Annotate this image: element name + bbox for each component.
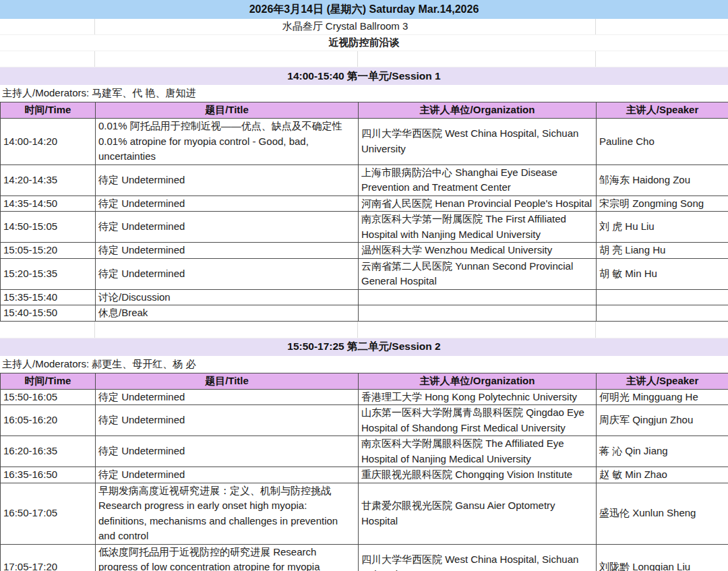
schedule-row: 16:20-16:35待定 Undetermined南京医科大学附属眼科医院 T… — [1, 436, 728, 467]
cell-time: 14:50-15:05 — [1, 212, 96, 243]
cell-organization: 山东第一医科大学附属青岛眼科医院 Qingdao Eye Hospital of… — [359, 405, 597, 436]
cell-title: 待定 Undetermined — [96, 243, 359, 259]
spacer-cell — [596, 51, 728, 67]
cell-organization — [359, 289, 597, 305]
venue-row-left-cell — [0, 19, 95, 34]
spacer-cell — [95, 51, 358, 67]
forum-title-row: 近视防控前沿谈 — [0, 35, 728, 51]
cell-speaker: 赵 敏 Min Zhao — [597, 467, 728, 483]
cell-organization: 上海市眼病防治中心 Shanghai Eye Disease Preventio… — [359, 164, 597, 196]
session-1-moderators: 主持人/Moderators: 马建军、代 艳、唐知进 — [0, 85, 728, 102]
between-sessions-spacer-row — [0, 322, 728, 338]
spacer-cell — [0, 51, 95, 67]
date-banner: 2026年3月14日 (星期六) Saturday Mar.14,2026 — [0, 0, 728, 19]
session-2-banner: 15:50-17:25 第二单元/Session 2 — [0, 338, 728, 356]
cell-title: 待定 Undetermined — [96, 164, 359, 196]
cell-title: 待定 Undetermined — [96, 389, 359, 405]
schedule-row: 15:20-15:35待定 Undetermined云南省第二人民医院 Yunn… — [1, 258, 728, 289]
cell-organization: 温州医科大学 Wenzhou Medical University — [359, 243, 597, 259]
schedule-row: 15:50-16:05待定 Undetermined香港理工大学 Hong Ko… — [1, 389, 728, 405]
venue-row-right-cell — [596, 19, 728, 34]
col-header-speaker: 主讲人/Speaker — [597, 373, 728, 389]
cell-organization — [359, 305, 597, 322]
cell-title: 待定 Undetermined — [96, 405, 359, 436]
conference-schedule-page: 2026年3月14日 (星期六) Saturday Mar.14,2026 水晶… — [0, 0, 728, 571]
cell-time: 16:35-16:50 — [1, 467, 96, 483]
session-2-moderators: 主持人/Moderators: 郝更生、母开红、杨 必 — [0, 356, 728, 373]
cell-time: 15:05-15:20 — [1, 243, 96, 259]
cell-time: 15:40-15:50 — [1, 305, 96, 322]
cell-time: 15:20-15:35 — [1, 258, 96, 289]
cell-time: 15:50-16:05 — [1, 389, 96, 405]
column-header-row: 时间/Time 题目/Title 主讲人单位/Organization 主讲人/… — [1, 373, 728, 389]
schedule-row: 14:00-14:200.01% 阿托品用于控制近视——优点、缺点及不确定性 0… — [1, 119, 728, 165]
cell-organization: 甘肃爱尔眼视光医院 Gansu Aier Optometry Hospital — [359, 483, 597, 544]
session-1-banner: 14:00-15:40 第一单元/Session 1 — [0, 67, 728, 85]
schedule-row: 16:50-17:05早期发病高度近视研究进展：定义、机制与防控挑战 Resea… — [1, 483, 728, 544]
cell-organization: 云南省第二人民医院 Yunnan Second Provincial Gener… — [359, 258, 597, 289]
cell-speaker: 宋宗明 Zongming Song — [597, 196, 728, 212]
cell-title: 待定 Undetermined — [96, 436, 359, 467]
cell-time: 15:35-15:40 — [1, 289, 96, 305]
schedule-row: 16:35-16:50待定 Undetermined重庆眼视光眼科医院 Chon… — [1, 467, 728, 483]
cell-title: 待定 Undetermined — [96, 467, 359, 483]
cell-title: 低浓度阿托品用于近视防控的研究进展 Research progress of l… — [96, 544, 359, 571]
spacer-cell — [358, 51, 596, 67]
col-header-speaker: 主讲人/Speaker — [597, 102, 728, 119]
cell-speaker: 刘 虎 Hu Liu — [597, 212, 728, 243]
schedule-row: 17:05-17:20低浓度阿托品用于近视防控的研究进展 Research pr… — [1, 544, 728, 571]
cell-speaker — [597, 305, 728, 322]
session-1-block: 14:00-15:40 第一单元/Session 1 主持人/Moderator… — [0, 67, 728, 322]
cell-time: 16:05-16:20 — [1, 405, 96, 436]
schedule-row: 15:40-15:50休息/Break — [1, 305, 728, 322]
cell-speaker: 蒋 沁 Qin Jiang — [597, 436, 728, 467]
session-2-table: 时间/Time 题目/Title 主讲人单位/Organization 主讲人/… — [0, 373, 728, 571]
cell-title: 0.01% 阿托品用于控制近视——优点、缺点及不确定性 0.01% atropi… — [96, 119, 359, 165]
col-header-title: 题目/Title — [96, 373, 359, 389]
cell-speaker: 胡 敏 Min Hu — [597, 258, 728, 289]
spacer-cell — [95, 322, 358, 338]
cell-speaker: 何明光 Mingguang He — [597, 389, 728, 405]
cell-organization: 四川大学华西医院 West China Hospital, Sichuan Un… — [359, 544, 597, 571]
cell-title: 讨论/Discussion — [96, 289, 359, 305]
cell-time: 16:50-17:05 — [1, 483, 96, 544]
cell-speaker: 邹海东 Haidong Zou — [597, 164, 728, 196]
cell-title: 待定 Undetermined — [96, 258, 359, 289]
schedule-row: 14:35-14:50待定 Undetermined河南省人民医院 Henan … — [1, 196, 728, 212]
cell-speaker — [597, 289, 728, 305]
cell-speaker: 盛迅伦 Xunlun Sheng — [597, 483, 728, 544]
cell-title: 待定 Undetermined — [96, 196, 359, 212]
cell-speaker: 刘陇黔 Longqian Liu — [597, 544, 728, 571]
column-header-row: 时间/Time 题目/Title 主讲人单位/Organization 主讲人/… — [1, 102, 728, 119]
session-2-block: 15:50-17:25 第二单元/Session 2 主持人/Moderator… — [0, 338, 728, 571]
col-header-title: 题目/Title — [96, 102, 359, 119]
schedule-row: 16:05-16:20待定 Undetermined山东第一医科大学附属青岛眼科… — [1, 405, 728, 436]
spacer-cell — [0, 322, 95, 338]
cell-speaker: Pauline Cho — [597, 119, 728, 165]
empty-spacer-row — [0, 51, 728, 67]
col-header-organization: 主讲人单位/Organization — [359, 102, 597, 119]
cell-organization: 南京医科大学附属眼科医院 The Affiliated Eye Hospital… — [359, 436, 597, 467]
col-header-time: 时间/Time — [1, 373, 96, 389]
schedule-row: 15:35-15:40讨论/Discussion — [1, 289, 728, 305]
schedule-row: 15:05-15:20待定 Undetermined温州医科大学 Wenzhou… — [1, 243, 728, 259]
cell-speaker: 胡 亮 Liang Hu — [597, 243, 728, 259]
spacer-cell — [596, 322, 728, 338]
venue-row: 水晶叁厅 Crystal Ballroom 3 — [0, 19, 728, 35]
cell-time: 14:20-14:35 — [1, 164, 96, 196]
col-header-organization: 主讲人单位/Organization — [359, 373, 597, 389]
schedule-row: 14:50-15:05待定 Undetermined南京医科大学第一附属医院 T… — [1, 212, 728, 243]
spacer-cell — [358, 322, 596, 338]
col-header-time: 时间/Time — [1, 102, 96, 119]
cell-time: 14:00-14:20 — [1, 119, 96, 165]
cell-title: 待定 Undetermined — [96, 212, 359, 243]
cell-organization: 四川大学华西医院 West China Hospital, Sichuan Un… — [359, 119, 597, 165]
cell-organization: 南京医科大学第一附属医院 The First Affiliated Hospit… — [359, 212, 597, 243]
cell-time: 16:20-16:35 — [1, 436, 96, 467]
cell-organization: 河南省人民医院 Henan Provincial People's Hospit… — [359, 196, 597, 212]
cell-organization: 重庆眼视光眼科医院 Chongqing Vision Institute — [359, 467, 597, 483]
cell-time: 17:05-17:20 — [1, 544, 96, 571]
forum-title: 近视防控前沿谈 — [0, 35, 728, 51]
cell-time: 14:35-14:50 — [1, 196, 96, 212]
cell-speaker: 周庆军 Qingjun Zhou — [597, 405, 728, 436]
